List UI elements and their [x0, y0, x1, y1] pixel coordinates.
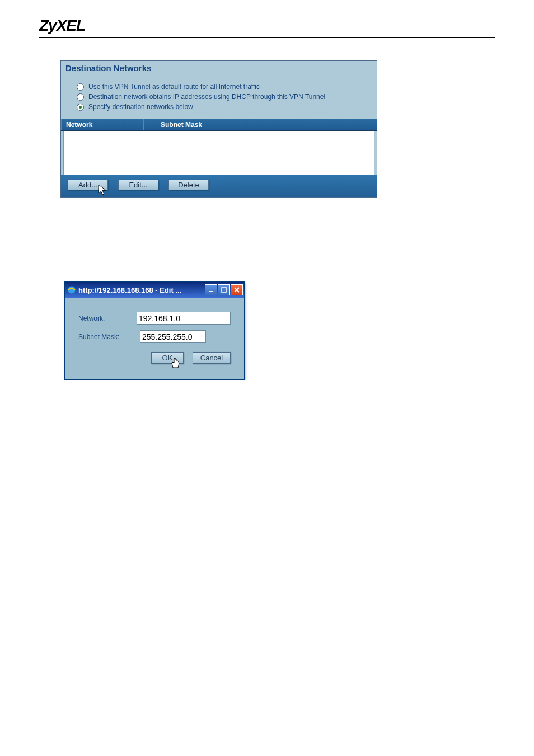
radio-option-dhcp[interactable]: Destination network obtains IP addresses… — [77, 92, 366, 102]
edit-network-popup: http://192.168.168.168 - Edit ... Networ… — [64, 281, 245, 380]
column-header-subnet: Subnet Mask — [144, 119, 377, 130]
column-header-network: Network — [61, 119, 144, 130]
subnet-label: Subnet Mask: — [78, 333, 140, 341]
radio-icon — [77, 83, 84, 91]
panel-title: Destination Networks — [61, 61, 377, 82]
maximize-button[interactable] — [218, 284, 230, 295]
svg-rect-2 — [222, 288, 226, 292]
svg-rect-1 — [209, 291, 213, 292]
networks-table-body[interactable] — [63, 131, 374, 175]
close-button[interactable] — [231, 284, 243, 295]
radio-label: Destination network obtains IP addresses… — [88, 93, 325, 101]
network-input[interactable] — [137, 312, 231, 325]
networks-table-header: Network Subnet Mask — [61, 119, 377, 131]
ie-icon — [67, 285, 76, 294]
brand-logo: ZyXEL — [0, 0, 534, 37]
divider — [39, 37, 495, 38]
radio-label: Specify destination networks below — [88, 103, 193, 111]
cancel-button[interactable]: Cancel — [193, 352, 231, 364]
network-label: Network: — [78, 314, 137, 322]
cursor-hand-icon — [170, 358, 181, 370]
radio-icon — [77, 93, 84, 101]
minimize-button[interactable] — [205, 284, 217, 295]
maximize-icon — [221, 287, 227, 293]
cursor-arrow-icon — [98, 184, 108, 196]
edit-button[interactable]: Edit... — [118, 180, 158, 190]
radio-icon — [77, 104, 84, 111]
routing-radio-group: Use this VPN Tunnel as default route for… — [61, 82, 377, 119]
delete-button[interactable]: Delete — [168, 180, 209, 190]
network-button-row: Add... Edit... Delete — [61, 175, 377, 197]
radio-label: Use this VPN Tunnel as default route for… — [88, 83, 260, 91]
radio-option-specify[interactable]: Specify destination networks below — [77, 102, 366, 112]
radio-option-default-route[interactable]: Use this VPN Tunnel as default route for… — [77, 82, 366, 92]
popup-titlebar[interactable]: http://192.168.168.168 - Edit ... — [65, 282, 244, 298]
popup-title: http://192.168.168.168 - Edit ... — [78, 286, 205, 294]
close-icon — [233, 287, 240, 293]
popup-body: Network: Subnet Mask: OK Cancel — [65, 298, 244, 379]
destination-networks-panel: Destination Networks Use this VPN Tunnel… — [60, 60, 377, 198]
subnet-input[interactable] — [140, 330, 206, 343]
minimize-icon — [208, 287, 214, 293]
